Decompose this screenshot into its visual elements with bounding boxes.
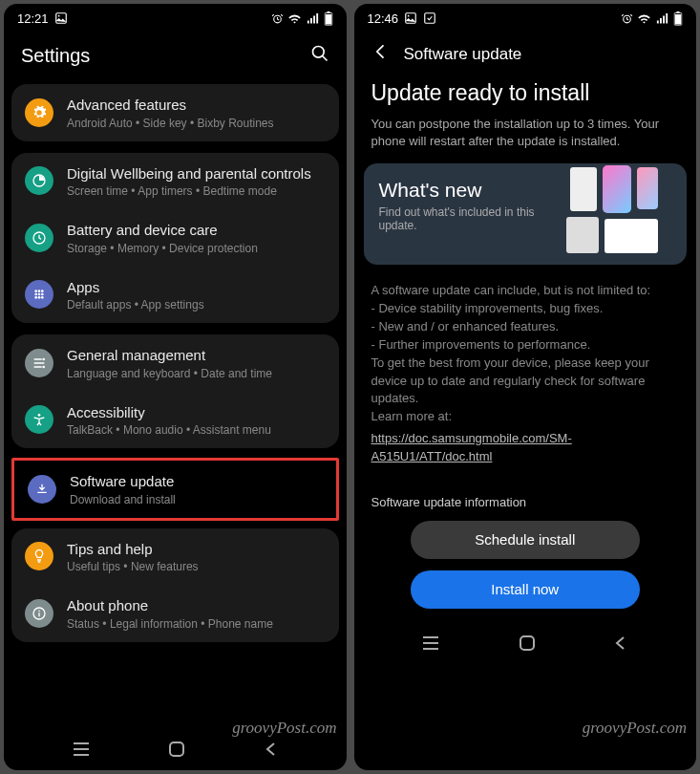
wifi-icon (637, 11, 651, 26)
battery-icon (324, 11, 333, 26)
nav-recents[interactable] (72, 742, 91, 761)
alarm-icon (271, 12, 284, 25)
alarm-icon (621, 12, 633, 25)
back-button[interactable] (371, 42, 391, 67)
about-icon (25, 599, 53, 628)
wifi-icon (287, 11, 302, 26)
nav-home[interactable] (519, 634, 536, 656)
settings-header: Settings (4, 32, 347, 84)
settings-list[interactable]: Advanced features Android Auto • Side ke… (4, 84, 347, 732)
status-time: 12:21 (17, 11, 49, 26)
item-title: Apps (67, 278, 326, 297)
svg-rect-31 (520, 636, 534, 650)
update-desc: You can postpone the installation up to … (354, 116, 697, 163)
item-sub: Android Auto • Side key • Bixby Routines (67, 117, 326, 130)
schedule-install-button[interactable]: Schedule install (411, 521, 640, 559)
item-sub: Download and install (70, 493, 323, 506)
item-sub: Default apps • App settings (67, 298, 326, 312)
settings-item[interactable]: Battery and device care Storage • Memory… (11, 209, 339, 267)
svg-rect-29 (677, 11, 680, 13)
svg-point-10 (38, 290, 41, 293)
gear-icon (25, 98, 53, 127)
install-now-button[interactable]: Install now (411, 570, 640, 609)
item-sub: Language and keyboard • Date and time (67, 367, 326, 380)
nav-back[interactable] (264, 742, 279, 761)
signal-icon (306, 11, 320, 26)
update-header: Software update (354, 32, 697, 76)
svg-point-13 (38, 293, 41, 296)
svg-point-11 (41, 290, 44, 293)
whatsnew-sub: Find out what's included in this update. (379, 205, 555, 232)
image-icon (54, 11, 68, 25)
header-title: Software update (404, 45, 522, 64)
settings-item[interactable]: Software update Download and install (11, 458, 339, 521)
svg-point-17 (41, 296, 44, 299)
check-icon (423, 11, 436, 25)
item-sub: Screen time • App timers • Bedtime mode (67, 184, 326, 198)
item-title: About phone (67, 596, 326, 615)
info-section-title: Software update information (354, 474, 697, 509)
svg-rect-4 (327, 11, 329, 13)
item-title: Accessibility (67, 403, 326, 422)
item-title: Tips and help (67, 540, 326, 559)
svg-point-15 (34, 296, 37, 299)
svg-point-20 (38, 414, 41, 417)
battery-icon (25, 224, 53, 252)
phone-settings: 12:21 Settings Advanced features Android… (4, 4, 347, 770)
nav-bar (354, 626, 697, 664)
svg-point-19 (42, 365, 45, 368)
status-time: 12:46 (368, 11, 399, 26)
svg-point-22 (38, 610, 40, 612)
status-bar: 12:46 (354, 4, 697, 32)
svg-point-6 (312, 47, 324, 58)
svg-rect-26 (425, 13, 435, 24)
update-title: Update ready to install (354, 76, 697, 116)
page-title: Settings (21, 45, 90, 67)
nav-home[interactable] (168, 741, 185, 762)
svg-rect-30 (675, 14, 681, 25)
svg-point-1 (57, 15, 59, 17)
settings-item[interactable]: Digital Wellbeing and parental controls … (11, 153, 339, 210)
status-bar: 12:21 (4, 4, 347, 32)
whatsnew-card[interactable]: What's new Find out what's included in t… (364, 163, 688, 265)
apps-icon (25, 280, 53, 309)
settings-item[interactable]: Advanced features Android Auto • Side ke… (11, 84, 339, 141)
item-title: Digital Wellbeing and parental controls (67, 164, 326, 183)
svg-point-14 (41, 293, 44, 296)
svg-rect-23 (170, 742, 183, 756)
settings-item[interactable]: About phone Status • Legal information •… (11, 585, 339, 642)
svg-point-12 (34, 293, 37, 296)
svg-point-18 (42, 357, 45, 360)
wellbeing-icon (25, 166, 53, 195)
settings-item[interactable]: Tips and help Useful tips • New features (11, 528, 339, 586)
item-sub: Status • Legal information • Phone name (67, 617, 326, 631)
general-icon (25, 349, 53, 377)
item-sub: Storage • Memory • Device protection (67, 242, 326, 255)
update-icon (28, 475, 56, 504)
button-area: Schedule install Install now (354, 509, 697, 626)
watermark: groovyPost.com (583, 719, 687, 738)
learn-more-link[interactable]: https://doc.samsungmobile.com/SM-A515U1/… (371, 430, 680, 466)
nav-back[interactable] (613, 635, 628, 655)
nav-bar (4, 732, 347, 770)
signal-icon (655, 11, 669, 26)
item-title: General management (67, 346, 326, 365)
image-icon (404, 11, 417, 25)
svg-point-16 (38, 296, 41, 299)
search-button[interactable] (310, 44, 329, 67)
update-detail: A software update can include, but is no… (354, 274, 697, 473)
battery-icon (673, 11, 683, 26)
settings-item[interactable]: Apps Default apps • App settings (11, 267, 339, 324)
svg-rect-5 (326, 14, 331, 25)
accessibility-icon (25, 405, 53, 434)
settings-item[interactable]: Accessibility TalkBack • Mono audio • As… (11, 392, 339, 449)
whatsnew-art (564, 171, 679, 257)
item-sub: Useful tips • New features (67, 560, 326, 573)
nav-recents[interactable] (421, 635, 440, 655)
tips-icon (25, 542, 53, 570)
settings-item[interactable]: General management Language and keyboard… (11, 334, 339, 392)
item-title: Battery and device care (67, 221, 326, 240)
item-sub: TalkBack • Mono audio • Assistant menu (67, 423, 326, 437)
phone-update: 12:46 Software update Update ready to in… (354, 4, 697, 770)
item-title: Software update (70, 472, 323, 491)
